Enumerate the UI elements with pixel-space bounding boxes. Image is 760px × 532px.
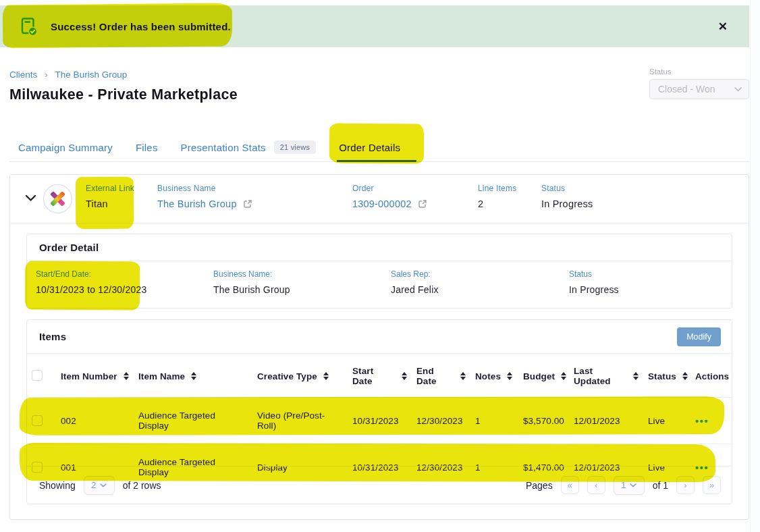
items-title: Items [39,331,66,342]
order-document-check-icon [20,17,38,36]
sort-icon [633,372,639,380]
order-status-value: In Progress [541,198,593,209]
sort-icon [323,372,329,380]
field-detail-status: Status In Progress [569,269,619,295]
breadcrumb-separator-icon: › [45,70,47,80]
cell-item-name: Audience Targeted Display [133,398,252,444]
status-filter-select[interactable]: Closed - Won [649,79,749,99]
cell-creative-type: Video (Pre/Post-Roll) [252,398,347,444]
tab-presentation-stats[interactable]: Presentation Stats 21 views [181,133,317,161]
row-checkbox[interactable] [32,415,43,426]
showing-label: Showing [39,480,76,491]
order-status-label: Status [541,184,593,193]
status-filter-value: Closed - Won [658,84,715,95]
prev-page-button[interactable]: ‹ [587,476,605,494]
page-of-label: of 1 [653,480,668,491]
sales-rep-value: Jared Felix [391,284,439,295]
page-size-select[interactable]: 2 [84,476,115,495]
page: Success! Order has been submitted. ✕ Cli… [0,0,760,532]
order-card-header: External Link Titan Business Name The Bu… [10,175,749,223]
current-page-select[interactable]: 1 [614,476,645,495]
col-header-item-number[interactable]: Item Number [55,354,133,398]
detail-business-name-value: The Burish Group [213,284,290,295]
field-business-name: Business Name The Burish Group [157,184,252,209]
modify-button[interactable]: Modify [677,327,721,346]
row-actions-more-icon[interactable]: ••• [695,415,709,427]
cell-last-updated: 12/01/2023 [568,398,643,444]
order-number-link[interactable]: 1309-000002 [352,198,412,209]
current-page-value: 1 [621,480,626,490]
chevron-down-icon [100,483,107,487]
success-banner: Success! Order has been submitted. ✕ [0,5,749,47]
sort-icon [191,372,196,380]
detail-business-name-label: Business Name: [213,269,290,279]
sort-icon [124,372,129,380]
cell-budget: $3,570.00 [518,398,568,444]
col-header-last-updated[interactable]: Last Updated [568,354,643,398]
breadcrumb-burish-group-link[interactable]: The Burish Group [55,70,128,80]
tab-presentation-stats-label: Presentation Stats [181,142,266,153]
field-order: Order 1309-000002 [352,184,427,209]
banner-message: Success! Order has been submitted. [51,21,231,32]
business-name-link[interactable]: The Burish Group [157,198,237,209]
cell-item-number: 002 [55,398,133,444]
tab-bar: Campaign Summary Files Presentation Stat… [9,133,751,162]
last-page-button[interactable]: » [703,476,721,494]
external-link-icon[interactable] [418,199,427,209]
breadcrumb: Clients › The Burish Group [9,70,127,80]
chevron-down-icon[interactable] [25,194,36,202]
cell-status: Live [643,398,690,444]
views-badge: 21 views [274,140,316,154]
pages-label: Pages [526,480,553,491]
business-name-label: Business Name [157,184,252,193]
page-title: Milwaukee - Private Marketplace [9,86,238,103]
order-detail-title: Order Detail [39,242,99,253]
table-row: 002 Audience Targeted Display Video (Pre… [27,398,732,444]
close-icon[interactable]: ✕ [717,20,729,34]
tab-files[interactable]: Files [136,133,158,161]
select-all-checkbox[interactable] [32,370,43,381]
start-end-date-value: 10/31/2023 to 12/30/2023 [36,284,146,295]
items-section: Items Modify Item Number Item Name Creat… [26,319,732,504]
order-detail-section: Order Detail Start/End Date: 10/31/2023 … [26,234,732,309]
col-header-budget[interactable]: Budget [518,354,568,398]
breadcrumb-clients-link[interactable]: Clients [9,70,37,80]
detail-status-value: In Progress [569,284,619,295]
col-header-actions: Actions [690,354,732,398]
col-header-item-name[interactable]: Item Name [133,354,252,398]
order-card: External Link Titan Business Name The Bu… [9,174,749,520]
col-header-status[interactable]: Status [643,354,690,398]
detail-status-label: Status [569,269,619,279]
external-link-icon[interactable] [243,199,252,209]
page-size-value: 2 [91,480,97,490]
cell-end-date: 12/30/2023 [411,398,470,444]
field-line-items: Line Items 2 [478,184,516,209]
table-footer: Showing 2 of 2 rows Pages « ‹ 1 of 1 [27,466,732,504]
sort-icon [561,372,566,380]
col-header-notes[interactable]: Notes [470,354,518,398]
next-page-button[interactable]: › [676,476,695,494]
line-items-value: 2 [478,198,516,209]
external-link-value: Titan [86,198,134,209]
start-end-date-label: Start/End Date: [36,269,146,279]
sort-icon [507,372,512,380]
vendor-x-logo [43,184,73,214]
col-header-creative-type[interactable]: Creative Type [252,354,347,398]
tab-campaign-summary[interactable]: Campaign Summary [18,133,113,161]
col-header-end-date[interactable]: End Date [411,354,470,398]
field-detail-business-name: Business Name: The Burish Group [213,269,290,295]
sort-icon [460,372,466,380]
status-filter-label: Status [649,68,749,76]
rows-count-label: of 2 rows [123,480,161,491]
field-external-link: External Link Titan [86,184,134,209]
col-header-start-date[interactable]: Start Date [347,354,411,398]
cell-notes: 1 [470,398,518,444]
first-page-button[interactable]: « [561,476,579,494]
tab-order-details[interactable]: Order Details [339,133,400,161]
chevron-down-icon [734,87,742,92]
tab-order-details-label: Order Details [339,142,400,153]
field-sales-rep: Sales Rep: Jared Felix [391,269,439,295]
cell-start-date: 10/31/2023 [347,398,411,444]
sales-rep-label: Sales Rep: [391,269,439,279]
table-header-row: Item Number Item Name Creative Type Star… [27,354,732,398]
